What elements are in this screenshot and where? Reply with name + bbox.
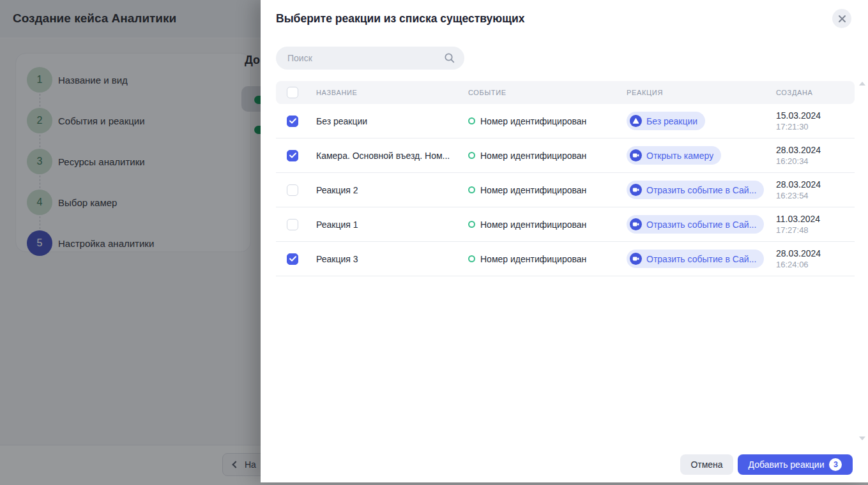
reaction-name: Без реакции bbox=[316, 116, 367, 126]
reaction-icon bbox=[630, 115, 642, 127]
scroll-up-arrow[interactable] bbox=[859, 82, 865, 86]
reaction-badge: Отразить событие в Сай... bbox=[627, 250, 764, 268]
reaction-icon bbox=[630, 184, 642, 196]
reaction-badge: Без реакции bbox=[627, 112, 705, 130]
column-header-event: СОБЫТИЕ bbox=[468, 89, 506, 96]
event-name: Номер идентифицирован bbox=[480, 185, 586, 195]
reaction-name: Реакция 2 bbox=[316, 185, 358, 195]
event-status-icon bbox=[468, 152, 475, 159]
reaction-icon bbox=[630, 218, 642, 230]
screen: Создание кейса Аналитики 1 Название и ви… bbox=[0, 0, 868, 485]
close-icon bbox=[838, 15, 846, 23]
created-time: 16:20:34 bbox=[776, 156, 809, 167]
event-status-icon bbox=[468, 117, 475, 124]
select-reactions-modal: Выберите реакции из списка существующих bbox=[261, 0, 868, 482]
column-header-created: СОЗДАНА bbox=[776, 89, 813, 96]
reaction-icon bbox=[630, 149, 642, 161]
event-name: Номер идентифицирован bbox=[480, 151, 586, 161]
event-status-icon bbox=[468, 221, 475, 228]
select-all-checkbox[interactable] bbox=[287, 87, 298, 98]
event-name: Номер идентифицирован bbox=[480, 220, 586, 230]
table-row[interactable]: Реакция 2 Номер идентифицирован Отразить bbox=[276, 173, 855, 207]
created-date: 15.03.2024 bbox=[776, 110, 821, 121]
add-reactions-label: Добавить реакции bbox=[749, 459, 825, 470]
table-header: НАЗВАНИЕ СОБЫТИЕ РЕАКЦИЯ СОЗДАНА bbox=[276, 81, 855, 104]
table-row[interactable]: Без реакции Номер идентифицирован Без ре bbox=[276, 104, 855, 138]
table-row[interactable]: Камера. Основной въезд. Ном... Номер иде… bbox=[276, 138, 855, 173]
created-date: 28.03.2024 bbox=[776, 248, 821, 259]
row-checkbox[interactable] bbox=[287, 184, 298, 196]
reaction-label: Открыть камеру bbox=[646, 151, 713, 161]
event-status-icon bbox=[468, 186, 475, 193]
reaction-name: Реакция 3 bbox=[316, 254, 358, 264]
event-name: Номер идентифицирован bbox=[480, 254, 586, 264]
reaction-label: Отразить событие в Сай... bbox=[646, 185, 756, 195]
created-date: 28.03.2024 bbox=[776, 179, 821, 190]
column-header-reaction: РЕАКЦИЯ bbox=[627, 89, 663, 96]
event-status-icon bbox=[468, 255, 475, 262]
created-time: 17:27:48 bbox=[776, 225, 809, 235]
event-name: Номер идентифицирован bbox=[480, 116, 586, 126]
search-input[interactable] bbox=[276, 47, 444, 70]
row-checkbox[interactable] bbox=[287, 150, 298, 161]
column-header-name: НАЗВАНИЕ bbox=[316, 89, 358, 96]
reaction-badge: Отразить событие в Сай... bbox=[627, 181, 764, 199]
created-date: 28.03.2024 bbox=[776, 144, 821, 156]
reaction-badge: Открыть камеру bbox=[627, 146, 721, 165]
created-date: 11.03.2024 bbox=[776, 213, 820, 225]
row-checkbox[interactable] bbox=[287, 219, 298, 230]
created-time: 17:21:30 bbox=[776, 121, 809, 132]
reactions-list: Без реакции Номер идентифицирован Без ре bbox=[276, 104, 855, 276]
add-reactions-button[interactable]: Добавить реакции 3 bbox=[738, 454, 853, 475]
table-row[interactable]: Реакция 1 Номер идентифицирован Отразить bbox=[276, 207, 855, 242]
reaction-badge: Отразить событие в Сай... bbox=[627, 215, 764, 234]
reaction-icon bbox=[630, 253, 642, 265]
row-checkbox[interactable] bbox=[287, 116, 298, 127]
reaction-name: Реакция 1 bbox=[316, 220, 358, 230]
close-button[interactable] bbox=[832, 9, 851, 28]
reaction-label: Без реакции bbox=[646, 116, 697, 126]
created-time: 16:23:54 bbox=[776, 190, 809, 201]
reaction-label: Отразить событие в Сай... bbox=[646, 220, 756, 230]
created-time: 16:24:06 bbox=[776, 259, 809, 270]
row-checkbox[interactable] bbox=[287, 253, 298, 265]
selected-count-badge: 3 bbox=[829, 458, 842, 471]
reaction-name: Камера. Основной въезд. Ном... bbox=[316, 151, 450, 161]
reaction-label: Отразить событие в Сай... bbox=[646, 254, 756, 264]
search-box bbox=[276, 47, 464, 70]
scroll-down-arrow[interactable] bbox=[859, 436, 865, 440]
cancel-button[interactable]: Отмена bbox=[680, 454, 733, 475]
table-row[interactable]: Реакция 3 Номер идентифицирован Отразить bbox=[276, 242, 855, 276]
search-icon[interactable] bbox=[444, 52, 455, 64]
modal-title: Выберите реакции из списка существующих bbox=[276, 12, 525, 26]
